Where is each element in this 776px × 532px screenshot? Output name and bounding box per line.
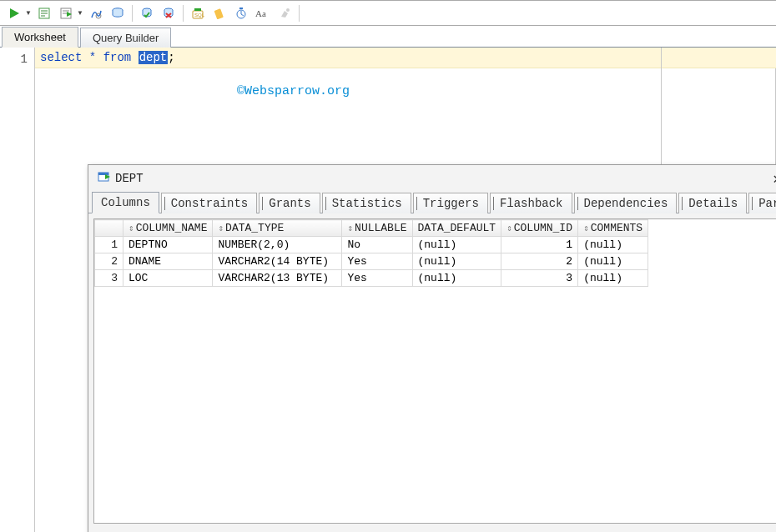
sql-selected-token: dept [139,51,169,64]
timer-icon[interactable] [232,4,250,23]
line-number: 1 [0,53,28,66]
autotrace-icon[interactable] [87,4,105,23]
table-row[interactable]: 2 DNAME VARCHAR2(14 BYTE) Yes (null) 2 (… [95,253,648,270]
commit-icon[interactable] [138,4,156,23]
tab-columns[interactable]: Columns [92,192,159,213]
svg-rect-11 [214,8,223,19]
toolbar-separator [132,5,133,22]
dialog-tabs: Columns Constraints Grants Statistics Tr… [88,192,776,213]
run-icon[interactable] [5,4,23,23]
cell-data-type: VARCHAR2(14 BYTE) [213,253,342,270]
table-row[interactable]: 1 DEPTNO NUMBER(2,0) No (null) 1 (null) [95,237,648,253]
tab-worksheet[interactable]: Worksheet [2,27,78,48]
cell-default: (null) [412,270,501,287]
cell-comments: (null) [578,270,648,287]
col-nullable[interactable]: ⇕NULLABLE [342,220,412,237]
cell-default: (null) [412,237,501,253]
tab-triggers[interactable]: Triggers [413,193,488,213]
tab-query-builder[interactable]: Query Builder [80,28,171,48]
tab-dependencies[interactable]: Dependencies [574,193,678,213]
tab-grants[interactable]: Grants [259,193,320,213]
sql-keyword: from [103,51,132,64]
sql-text-area[interactable]: select * from dept; ©Websparrow.org DEPT… [35,48,776,532]
cell-rownum: 3 [95,270,123,287]
col-data-type[interactable]: ⇕DATA_TYPE [213,220,342,237]
cell-data-type: VARCHAR2(13 BYTE) [213,270,342,287]
cell-nullable: Yes [342,270,412,287]
watermark-text: ©Websparrow.org [237,84,350,98]
tab-partitions[interactable]: Partitions [748,193,776,213]
cell-data-type: NUMBER(2,0) [213,237,342,253]
sql-star: * [89,51,96,64]
main-toolbar: ▼ ▼ SQL Aa [0,1,776,26]
explain-plan-icon[interactable] [57,4,75,23]
svg-text:SQL: SQL [194,13,204,18]
table-describe-dialog: DEPT ✕ Columns Constraints Grants Statis… [88,164,776,532]
cell-column-id: 1 [501,237,578,253]
dialog-buttonbar: Help OK Cancel [88,529,776,532]
cell-column-name: LOC [123,270,213,287]
dialog-titlebar: DEPT ✕ [88,165,776,192]
sql-recall-icon[interactable]: SQL [189,4,207,23]
col-column-id[interactable]: ⇕COLUMN_ID [501,220,578,237]
sql-keyword: select [40,51,82,64]
run-script-icon[interactable] [35,4,53,23]
rollback-icon[interactable] [159,4,178,23]
tab-flashback[interactable]: Flashback [490,193,572,213]
columns-grid: ⇕COLUMN_NAME ⇕DATA_TYPE ⇕NULLABLE DATA_D… [94,219,648,287]
col-rownum[interactable] [95,220,123,237]
grid-header-row: ⇕COLUMN_NAME ⇕DATA_TYPE ⇕NULLABLE DATA_D… [95,220,648,237]
svg-point-15 [286,8,290,12]
svg-marker-0 [10,8,19,18]
table-icon [97,170,110,187]
clear-icon[interactable] [210,4,229,23]
svg-text:Aa: Aa [255,8,266,18]
cell-column-id: 2 [501,253,578,270]
line-gutter: 1 [0,48,35,532]
columns-grid-container: ⇕COLUMN_NAME ⇕DATA_TYPE ⇕NULLABLE DATA_D… [93,218,776,524]
sql-terminator: ; [168,51,174,64]
cell-column-id: 3 [501,270,578,287]
tab-details[interactable]: Details [678,193,747,213]
svg-rect-13 [239,8,243,9]
sql-line-1: select * from dept; [35,48,776,68]
worksheet-tabs: Worksheet Query Builder [0,26,776,48]
svg-rect-10 [194,8,201,11]
explain-dropdown-icon[interactable]: ▼ [77,9,83,17]
col-comments[interactable]: ⇕COMMENTS [578,220,648,237]
svg-rect-17 [98,173,108,175]
text-case-icon[interactable]: Aa [254,4,272,23]
col-column-name[interactable]: ⇕COLUMN_NAME [123,220,213,237]
tab-constraints[interactable]: Constraints [161,193,257,213]
cell-nullable: Yes [342,253,412,270]
dialog-title: DEPT [115,172,144,185]
cell-nullable: No [342,237,412,253]
sql-editor: 1 select * from dept; ©Websparrow.org DE… [0,48,776,532]
close-icon[interactable]: ✕ [773,169,776,188]
settings-icon[interactable] [275,4,294,23]
toolbar-separator [299,5,300,22]
toolbar-separator [183,5,184,22]
run-dropdown-icon[interactable]: ▼ [25,9,32,17]
cell-column-name: DNAME [123,253,213,270]
table-row[interactable]: 3 LOC VARCHAR2(13 BYTE) Yes (null) 3 (nu… [95,270,648,287]
tab-statistics[interactable]: Statistics [322,193,411,213]
cell-column-name: DEPTNO [123,237,213,253]
cell-rownum: 2 [95,253,123,270]
cell-default: (null) [412,253,501,270]
cell-comments: (null) [578,237,648,253]
sql-history-icon[interactable] [108,4,127,23]
col-data-default[interactable]: DATA_DEFAULT [412,220,501,237]
cell-rownum: 1 [95,237,123,253]
cell-comments: (null) [578,253,648,270]
